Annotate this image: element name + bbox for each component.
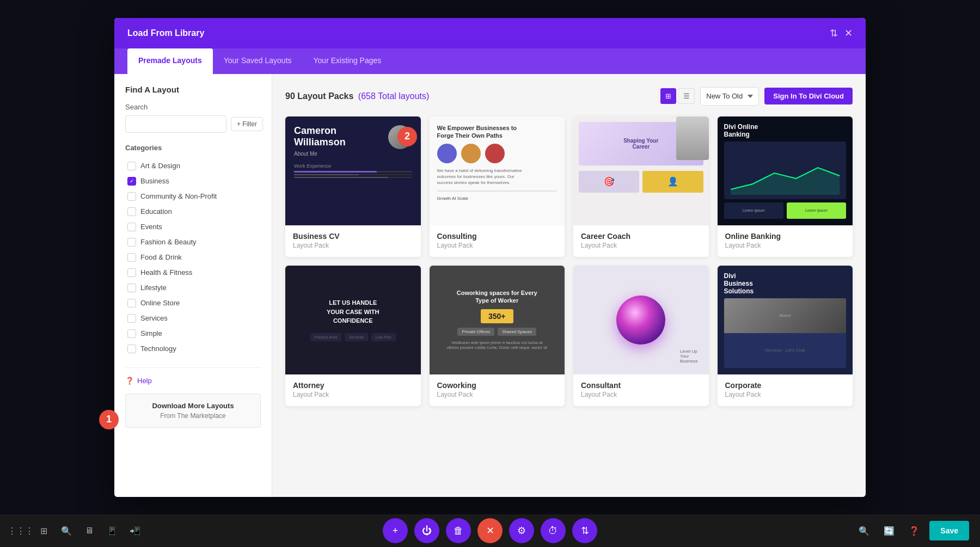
packs-count: 90 Layout Packs <box>285 91 353 101</box>
card-consulting[interactable]: We Empower Businesses toForge Their Own … <box>430 116 565 257</box>
category-item-events[interactable]: Events <box>125 219 261 235</box>
category-checkbox-business <box>127 177 136 186</box>
cards-grid: CameronWilliamson About Me Work Experien… <box>285 116 853 406</box>
card-type-business-cv: Layout Pack <box>293 242 413 249</box>
category-label-services: Services <box>140 314 168 322</box>
card-career-coach[interactable]: Shaping YourCareer 🎯 👤 <box>573 116 709 257</box>
categories-heading: Categories <box>125 144 261 152</box>
trash-button[interactable]: 🗑 <box>446 518 471 543</box>
save-button[interactable]: Save <box>929 521 969 540</box>
filter-button[interactable]: + Filter <box>231 117 263 131</box>
download-section: Download More Layouts From The Marketpla… <box>125 394 261 428</box>
search-input[interactable] <box>125 115 226 133</box>
card-info-coworking: Coworking Layout Pack <box>430 374 565 406</box>
search-icon-right[interactable]: 🔍 <box>854 521 874 540</box>
category-item-online-store[interactable]: Online Store <box>125 296 261 311</box>
card-info-business-cv: Business CV Layout Pack <box>285 225 421 257</box>
history-button[interactable]: ⏱ <box>541 518 566 543</box>
card-image-career-coach: Shaping YourCareer 🎯 👤 <box>573 116 709 225</box>
card-online-banking[interactable]: Divi OnlineBanking Lorem Ipsum Lo <box>718 116 853 257</box>
refresh-icon[interactable]: 🔄 <box>879 521 899 540</box>
modal-header: Load From Library ⇅ ✕ <box>114 18 866 48</box>
sidebar: Find A Layout Search + Filter Categories… <box>114 74 272 497</box>
card-image-consulting: We Empower Businesses toForge Their Own … <box>430 116 565 225</box>
sort-button-center[interactable]: ⇅ <box>572 518 597 543</box>
tab-existing-pages[interactable]: Your Existing Pages <box>303 48 393 74</box>
category-label-online-store: Online Store <box>140 299 180 307</box>
card-attorney[interactable]: LET US HANDLEYOUR CASE WITHCONFIDENCE Pr… <box>285 266 421 406</box>
menu-icon[interactable]: ⋮⋮⋮ <box>11 521 30 540</box>
category-item-fashion[interactable]: Fashion & Beauty <box>125 235 261 250</box>
category-label-art: Art & Design <box>140 162 180 170</box>
category-checkbox-simple <box>127 329 136 338</box>
category-item-lifestyle[interactable]: Lifestyle <box>125 280 261 296</box>
help-button[interactable]: ❓ Help <box>125 377 152 385</box>
category-item-food[interactable]: Food & Drink <box>125 250 261 265</box>
settings-button[interactable]: ⚙ <box>509 518 534 543</box>
category-item-community[interactable]: Community & Non-Profit <box>125 189 261 204</box>
category-item-education[interactable]: Education <box>125 204 261 219</box>
modal-overlay: 1 2 Load From Library ⇅ ✕ Premade Layout… <box>0 0 980 514</box>
sort-select[interactable]: New To Old Old To New A-Z Z-A <box>700 87 759 106</box>
category-label-events: Events <box>140 223 162 231</box>
card-name-coworking: Coworking <box>437 381 558 390</box>
bottom-toolbar: ⋮⋮⋮ ⊞ 🔍 🖥 📱 📲 + ⏻ 🗑 ✕ ⚙ ⏱ ⇅ 🔍 🔄 ❓ Save <box>0 514 980 547</box>
modal-body: Find A Layout Search + Filter Categories… <box>114 74 866 497</box>
card-name-business-cv: Business CV <box>293 232 413 241</box>
category-label-education: Education <box>140 207 172 216</box>
tablet-icon[interactable]: 📱 <box>102 521 122 540</box>
card-name-corporate: Corporate <box>725 381 846 390</box>
add-button[interactable]: + <box>383 518 408 543</box>
modal-dialog: Load From Library ⇅ ✕ Premade Layouts Yo… <box>114 18 866 497</box>
card-image-attorney: LET US HANDLEYOUR CASE WITHCONFIDENCE Pr… <box>285 266 421 374</box>
card-info-consulting: Consulting Layout Pack <box>430 225 565 257</box>
card-image-consultant: Level UpYourBusiness <box>573 266 709 374</box>
category-label-food: Food & Drink <box>140 253 182 261</box>
tab-premade-layouts[interactable]: Premade Layouts <box>127 48 213 74</box>
category-item-services[interactable]: Services <box>125 311 261 326</box>
category-checkbox-lifestyle <box>127 284 136 292</box>
card-coworking[interactable]: Coworking spaces for EveryType of Worker… <box>430 266 565 406</box>
power-button[interactable]: ⏻ <box>414 518 439 543</box>
card-name-consulting: Consulting <box>437 232 558 241</box>
category-checkbox-food <box>127 253 136 262</box>
category-item-simple[interactable]: Simple <box>125 326 261 341</box>
category-item-art[interactable]: Art & Design <box>125 158 261 174</box>
tab-saved-layouts[interactable]: Your Saved Layouts <box>213 48 303 74</box>
modal-close-button[interactable]: ✕ <box>844 27 853 39</box>
category-label-technology: Technology <box>140 345 176 353</box>
card-type-consulting: Layout Pack <box>437 242 558 249</box>
total-layouts: (658 Total layouts) <box>358 91 429 101</box>
close-button-center[interactable]: ✕ <box>477 518 503 543</box>
category-item-health[interactable]: Health & Fitness <box>125 265 261 280</box>
category-checkbox-services <box>127 314 136 323</box>
category-label-health: Health & Fitness <box>140 268 192 276</box>
view-list-button[interactable]: ☰ <box>678 88 695 104</box>
help-icon-right[interactable]: ❓ <box>904 521 924 540</box>
help-section: ❓ Help <box>125 367 261 385</box>
desktop-icon[interactable]: 🖥 <box>79 521 99 540</box>
search-label: Search <box>125 103 261 111</box>
card-type-attorney: Layout Pack <box>293 391 413 398</box>
card-corporate[interactable]: DiviBusinessSolutions About Services · L… <box>718 266 853 406</box>
modal-sort-icon[interactable]: ⇅ <box>830 27 838 39</box>
category-item-technology[interactable]: Technology <box>125 341 261 357</box>
card-type-coworking: Layout Pack <box>437 391 558 398</box>
card-type-online-banking: Layout Pack <box>725 242 846 249</box>
card-info-career-coach: Career Coach Layout Pack <box>573 225 709 257</box>
card-name-attorney: Attorney <box>293 381 413 390</box>
category-checkbox-online-store <box>127 299 136 308</box>
category-item-business[interactable]: Business <box>125 174 261 189</box>
card-consultant[interactable]: Level UpYourBusiness Consultant Layout P… <box>573 266 709 406</box>
search-icon-left[interactable]: 🔍 <box>57 521 76 540</box>
signin-cloud-button[interactable]: Sign In To Divi Cloud <box>764 88 853 105</box>
badge-2: 2 <box>397 127 417 146</box>
category-checkbox-fashion <box>127 238 136 247</box>
view-grid-button[interactable]: ⊞ <box>660 88 676 104</box>
phone-icon[interactable]: 📲 <box>125 521 145 540</box>
category-label-lifestyle: Lifestyle <box>140 284 167 292</box>
card-info-corporate: Corporate Layout Pack <box>718 374 853 406</box>
category-label-fashion: Fashion & Beauty <box>140 238 197 246</box>
grid-icon[interactable]: ⊞ <box>34 521 53 540</box>
category-label-simple: Simple <box>140 329 162 337</box>
